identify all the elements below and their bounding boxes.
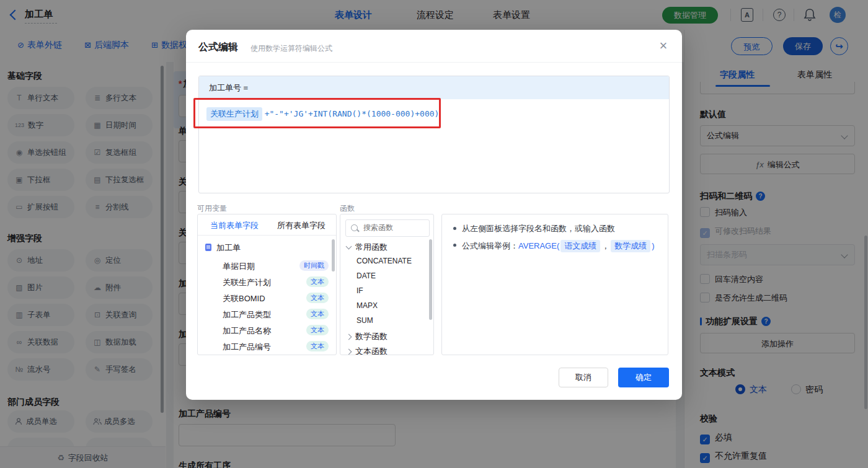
functions-panel: 常用函数 CONCATENATE DATE IF MAPX SUM 数学函数 文… [340, 214, 434, 355]
function-search[interactable] [345, 219, 430, 237]
confirm-button[interactable]: 确定 [618, 368, 669, 387]
fn-group-common[interactable]: 常用函数 [347, 242, 388, 253]
highlight-red-box [193, 98, 441, 128]
type-badge: 文本 [306, 293, 329, 303]
app-screen: 加工单 表单设计 流程设定 表单设置 数据管理 A ? 检 ⊘表单外链 ⊠后端脚… [0, 0, 868, 468]
variable-row[interactable]: 关联生产计划文本 [198, 274, 337, 290]
help-line-2: 公式编辑举例：AVERAGE(语文成绩，数学成绩) [462, 240, 655, 252]
fn-item[interactable]: CONCATENATE [356, 257, 412, 265]
type-badge: 文本 [306, 341, 329, 351]
variables-label: 可用变量 [197, 203, 227, 214]
formula-editor[interactable]: 加工单号 = 关联生产计划 +"-"+'JG'+INT(RAND()*(1000… [198, 76, 670, 193]
divider [186, 62, 682, 63]
search-icon [351, 224, 358, 231]
variable-row[interactable]: 加工产品编号文本 [198, 338, 337, 355]
fn-group-math[interactable]: 数学函数 [347, 331, 388, 342]
modal-title: 公式编辑 [198, 41, 238, 54]
fn-item[interactable]: SUM [356, 316, 373, 325]
tab-current-form-fields[interactable]: 当前表单字段 [210, 220, 259, 231]
type-badge: 文本 [306, 309, 329, 319]
chevron-right-icon [346, 334, 352, 340]
modal-subtitle: 使用数学运算符编辑公式 [250, 43, 332, 54]
bullet-dot [453, 227, 456, 230]
type-badge: 文本 [306, 276, 329, 287]
example-chip: 数学成绩 [611, 240, 650, 252]
chevron-down-icon [346, 244, 352, 250]
cancel-button[interactable]: 取消 [559, 368, 608, 387]
form-doc-icon [205, 244, 211, 251]
fn-group-text[interactable]: 文本函数 [347, 346, 388, 355]
variable-row[interactable]: 加工产品类型文本 [198, 306, 337, 322]
help-line-1: 从左侧面板选择字段名和函数，或输入函数 [462, 223, 615, 234]
type-badge: 文本 [306, 325, 329, 335]
variable-row[interactable]: 关联BOMID文本 [198, 290, 337, 306]
fn-item[interactable]: IF [356, 286, 363, 295]
type-badge: 时间戳 [299, 260, 329, 271]
variables-panel: 当前表单字段 所有表单字段 加工单 单据日期时间戳 关联生产计划文本 关联BOM… [197, 214, 337, 355]
bullet-dot [453, 244, 456, 247]
formula-target: 加工单号 = [199, 76, 669, 99]
fn-item[interactable]: DATE [356, 272, 376, 280]
divider [198, 235, 337, 236]
fn-item[interactable]: MAPX [356, 301, 378, 310]
example-chip: 语文成绩 [560, 240, 600, 252]
functions-scrollbar[interactable] [429, 239, 432, 320]
variables-root-node[interactable]: 加工单 [198, 239, 337, 255]
variables-scrollbar[interactable] [332, 239, 335, 272]
formula-edit-modal: 公式编辑 使用数学运算符编辑公式 × 加工单号 = 关联生产计划 +"-"+'J… [186, 30, 682, 400]
search-input[interactable] [362, 223, 427, 232]
chevron-right-icon [346, 349, 352, 355]
variable-row[interactable]: 加工产品名称文本 [198, 322, 337, 338]
close-icon[interactable]: × [656, 38, 671, 53]
variable-row[interactable]: 单据日期时间戳 [198, 258, 337, 274]
tab-all-form-fields[interactable]: 所有表单字段 [277, 220, 326, 231]
functions-label: 函数 [340, 203, 355, 214]
help-panel: 从左侧面板选择字段名和函数，或输入函数 公式编辑举例：AVERAGE(语文成绩，… [441, 214, 668, 355]
